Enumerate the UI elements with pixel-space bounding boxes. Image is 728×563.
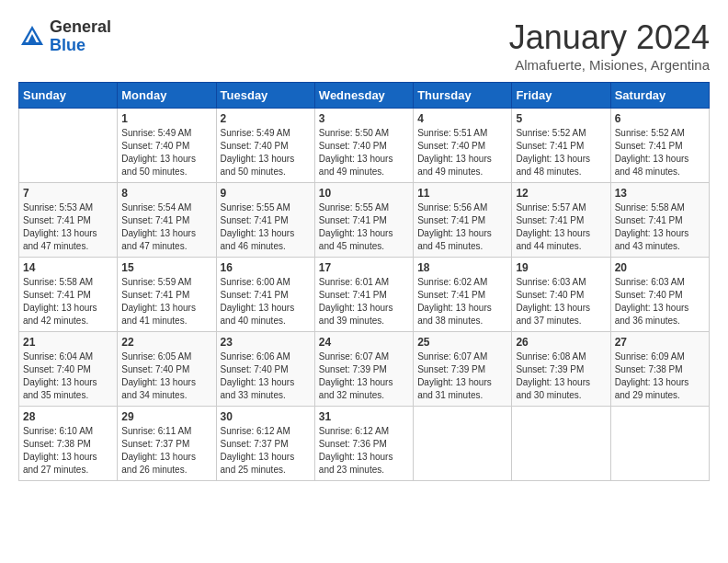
day-number: 7 xyxy=(23,187,113,200)
day-number: 14 xyxy=(23,261,113,274)
calendar-cell xyxy=(610,407,709,481)
title-block: January 2024 Almafuerte, Misiones, Argen… xyxy=(509,18,710,73)
day-info: Sunrise: 6:01 AMSunset: 7:41 PMDaylight:… xyxy=(319,276,409,327)
day-info: Sunrise: 5:52 AMSunset: 7:41 PMDaylight:… xyxy=(615,127,705,178)
day-info: Sunrise: 5:49 AMSunset: 7:40 PMDaylight:… xyxy=(121,127,211,178)
day-info: Sunrise: 6:12 AMSunset: 7:37 PMDaylight:… xyxy=(221,425,311,477)
day-info: Sunrise: 6:09 AMSunset: 7:38 PMDaylight:… xyxy=(615,350,705,402)
calendar-cell: 22 Sunrise: 6:05 AMSunset: 7:40 PMDaylig… xyxy=(118,332,216,407)
weekday-header: Friday xyxy=(512,83,610,109)
day-number: 18 xyxy=(417,261,507,274)
day-number: 31 xyxy=(319,410,409,423)
day-number: 5 xyxy=(516,112,606,125)
calendar-body: 1 Sunrise: 5:49 AMSunset: 7:40 PMDayligh… xyxy=(19,109,710,481)
day-info: Sunrise: 5:50 AMSunset: 7:40 PMDaylight:… xyxy=(319,127,409,178)
calendar-cell: 31 Sunrise: 6:12 AMSunset: 7:36 PMDaylig… xyxy=(314,407,413,481)
calendar-cell: 27 Sunrise: 6:09 AMSunset: 7:38 PMDaylig… xyxy=(610,332,709,407)
day-info: Sunrise: 6:08 AMSunset: 7:39 PMDaylight:… xyxy=(516,350,606,402)
day-number: 2 xyxy=(221,112,311,125)
day-number: 15 xyxy=(121,261,211,274)
day-info: Sunrise: 5:53 AMSunset: 7:41 PMDaylight:… xyxy=(23,201,113,253)
weekday-header: Tuesday xyxy=(216,83,314,109)
calendar-week-row: 28 Sunrise: 6:10 AMSunset: 7:38 PMDaylig… xyxy=(19,407,710,481)
calendar-cell: 13 Sunrise: 5:58 AMSunset: 7:41 PMDaylig… xyxy=(610,183,709,258)
calendar-cell: 30 Sunrise: 6:12 AMSunset: 7:37 PMDaylig… xyxy=(216,407,314,481)
weekday-header: Monday xyxy=(118,83,216,109)
calendar-cell: 7 Sunrise: 5:53 AMSunset: 7:41 PMDayligh… xyxy=(19,183,118,258)
calendar-cell: 12 Sunrise: 5:57 AMSunset: 7:41 PMDaylig… xyxy=(512,183,610,258)
day-info: Sunrise: 5:58 AMSunset: 7:41 PMDaylight:… xyxy=(23,276,113,327)
weekday-row: SundayMondayTuesdayWednesdayThursdayFrid… xyxy=(19,83,710,109)
day-info: Sunrise: 6:02 AMSunset: 7:41 PMDaylight:… xyxy=(417,276,507,327)
calendar-cell xyxy=(19,109,118,183)
calendar-cell: 28 Sunrise: 6:10 AMSunset: 7:38 PMDaylig… xyxy=(19,407,118,481)
month-title: January 2024 xyxy=(509,18,710,57)
weekday-header: Sunday xyxy=(19,83,118,109)
calendar-cell: 2 Sunrise: 5:49 AMSunset: 7:40 PMDayligh… xyxy=(216,109,314,183)
calendar-cell: 4 Sunrise: 5:51 AMSunset: 7:40 PMDayligh… xyxy=(414,109,512,183)
day-number: 28 xyxy=(23,410,113,423)
day-info: Sunrise: 6:12 AMSunset: 7:36 PMDaylight:… xyxy=(319,425,409,477)
weekday-header: Saturday xyxy=(610,83,709,109)
day-info: Sunrise: 5:52 AMSunset: 7:41 PMDaylight:… xyxy=(516,127,606,178)
calendar-cell: 8 Sunrise: 5:54 AMSunset: 7:41 PMDayligh… xyxy=(118,183,216,258)
calendar-header: SundayMondayTuesdayWednesdayThursdayFrid… xyxy=(19,83,710,109)
calendar-cell: 14 Sunrise: 5:58 AMSunset: 7:41 PMDaylig… xyxy=(19,258,118,332)
calendar-cell: 21 Sunrise: 6:04 AMSunset: 7:40 PMDaylig… xyxy=(19,332,118,407)
day-number: 22 xyxy=(121,336,211,349)
calendar-cell: 19 Sunrise: 6:03 AMSunset: 7:40 PMDaylig… xyxy=(512,258,610,332)
day-info: Sunrise: 6:06 AMSunset: 7:40 PMDaylight:… xyxy=(221,350,311,402)
calendar-cell: 9 Sunrise: 5:55 AMSunset: 7:41 PMDayligh… xyxy=(216,183,314,258)
day-info: Sunrise: 5:55 AMSunset: 7:41 PMDaylight:… xyxy=(319,201,409,253)
day-number: 20 xyxy=(615,261,705,274)
calendar-cell: 26 Sunrise: 6:08 AMSunset: 7:39 PMDaylig… xyxy=(512,332,610,407)
calendar-cell: 25 Sunrise: 6:07 AMSunset: 7:39 PMDaylig… xyxy=(414,332,512,407)
calendar-cell: 17 Sunrise: 6:01 AMSunset: 7:41 PMDaylig… xyxy=(314,258,413,332)
logo: General Blue xyxy=(18,18,111,55)
day-info: Sunrise: 5:59 AMSunset: 7:41 PMDaylight:… xyxy=(121,276,211,327)
day-number: 30 xyxy=(221,410,311,423)
day-info: Sunrise: 6:00 AMSunset: 7:41 PMDaylight:… xyxy=(221,276,311,327)
day-info: Sunrise: 6:05 AMSunset: 7:40 PMDaylight:… xyxy=(121,350,211,402)
location-subtitle: Almafuerte, Misiones, Argentina xyxy=(509,57,710,73)
day-info: Sunrise: 6:07 AMSunset: 7:39 PMDaylight:… xyxy=(417,350,507,402)
calendar-cell: 3 Sunrise: 5:50 AMSunset: 7:40 PMDayligh… xyxy=(314,109,413,183)
calendar-cell: 20 Sunrise: 6:03 AMSunset: 7:40 PMDaylig… xyxy=(610,258,709,332)
calendar-week-row: 14 Sunrise: 5:58 AMSunset: 7:41 PMDaylig… xyxy=(19,258,710,332)
calendar-cell: 15 Sunrise: 5:59 AMSunset: 7:41 PMDaylig… xyxy=(118,258,216,332)
calendar-cell: 10 Sunrise: 5:55 AMSunset: 7:41 PMDaylig… xyxy=(314,183,413,258)
calendar-week-row: 1 Sunrise: 5:49 AMSunset: 7:40 PMDayligh… xyxy=(19,109,710,183)
calendar-cell: 16 Sunrise: 6:00 AMSunset: 7:41 PMDaylig… xyxy=(216,258,314,332)
calendar-table: SundayMondayTuesdayWednesdayThursdayFrid… xyxy=(18,82,710,481)
day-info: Sunrise: 5:54 AMSunset: 7:41 PMDaylight:… xyxy=(121,201,211,253)
day-number: 8 xyxy=(121,187,211,200)
day-info: Sunrise: 6:04 AMSunset: 7:40 PMDaylight:… xyxy=(23,350,113,402)
day-number: 25 xyxy=(417,336,507,349)
weekday-header: Thursday xyxy=(414,83,512,109)
calendar-cell: 24 Sunrise: 6:07 AMSunset: 7:39 PMDaylig… xyxy=(314,332,413,407)
day-number: 17 xyxy=(319,261,409,274)
page-header: General Blue January 2024 Almafuerte, Mi… xyxy=(18,18,710,73)
calendar-cell: 11 Sunrise: 5:56 AMSunset: 7:41 PMDaylig… xyxy=(414,183,512,258)
day-info: Sunrise: 5:51 AMSunset: 7:40 PMDaylight:… xyxy=(417,127,507,178)
day-number: 11 xyxy=(417,187,507,200)
day-number: 10 xyxy=(319,187,409,200)
day-number: 16 xyxy=(221,261,311,274)
calendar-cell xyxy=(512,407,610,481)
day-number: 23 xyxy=(221,336,311,349)
day-number: 13 xyxy=(615,187,705,200)
day-info: Sunrise: 6:03 AMSunset: 7:40 PMDaylight:… xyxy=(615,276,705,327)
day-number: 1 xyxy=(121,112,211,125)
day-info: Sunrise: 5:57 AMSunset: 7:41 PMDaylight:… xyxy=(516,201,606,253)
day-info: Sunrise: 5:49 AMSunset: 7:40 PMDaylight:… xyxy=(221,127,311,178)
logo-text: General Blue xyxy=(50,18,111,55)
day-info: Sunrise: 6:07 AMSunset: 7:39 PMDaylight:… xyxy=(319,350,409,402)
calendar-cell xyxy=(414,407,512,481)
calendar-cell: 1 Sunrise: 5:49 AMSunset: 7:40 PMDayligh… xyxy=(118,109,216,183)
calendar-cell: 5 Sunrise: 5:52 AMSunset: 7:41 PMDayligh… xyxy=(512,109,610,183)
day-number: 6 xyxy=(615,112,705,125)
day-number: 19 xyxy=(516,261,606,274)
calendar-week-row: 7 Sunrise: 5:53 AMSunset: 7:41 PMDayligh… xyxy=(19,183,710,258)
calendar-cell: 18 Sunrise: 6:02 AMSunset: 7:41 PMDaylig… xyxy=(414,258,512,332)
day-number: 27 xyxy=(615,336,705,349)
